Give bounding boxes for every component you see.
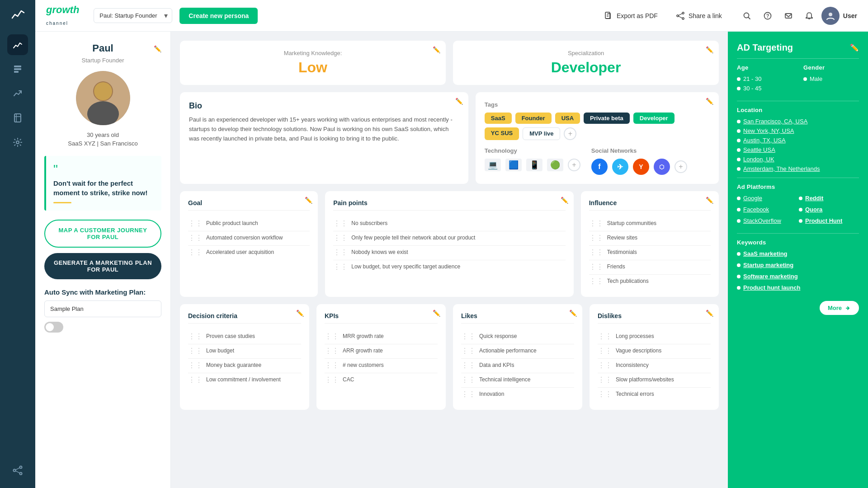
add-social-button[interactable]: + <box>675 160 687 173</box>
list-item: ⋮⋮Technical intelligence <box>461 373 574 388</box>
auto-sync-toggle[interactable] <box>44 322 63 333</box>
user-avatar[interactable] <box>821 7 840 25</box>
list-item: ⋮⋮MRR growth rate <box>325 330 438 344</box>
svg-line-21 <box>748 17 750 19</box>
bio-text: Paul is an experienced developer with 15… <box>189 115 459 143</box>
plan-select[interactable]: Sample Plan <box>44 300 161 317</box>
list-item: ⋮⋮Low commitment / involvement <box>188 373 301 387</box>
edit-dislikes-icon[interactable]: ✏️ <box>706 310 713 317</box>
social-icon-facebook: f <box>591 159 608 175</box>
influence-list: ⋮⋮Startup communities ⋮⋮Review sites ⋮⋮T… <box>589 217 711 289</box>
list-item: ⋮⋮Low budget <box>188 344 301 359</box>
persona-select[interactable]: Paul: Startup Founder <box>94 8 172 23</box>
kpis-title: KPIs <box>325 312 438 324</box>
kpis-card: ✏️ KPIs ⋮⋮MRR growth rate ⋮⋮ARR growth r… <box>316 304 446 410</box>
influence-card: ✏️ Influence ⋮⋮Startup communities ⋮⋮Rev… <box>581 191 719 297</box>
platform-quora: Quora <box>799 206 859 213</box>
goal-list: ⋮⋮Public product launch ⋮⋮Automated conv… <box>188 217 310 260</box>
svg-point-20 <box>744 13 749 18</box>
list-item: ⋮⋮Only few people tell their network abo… <box>333 231 565 246</box>
keyword-startup: Startup marketing <box>737 262 859 268</box>
edit-persona-name-icon[interactable]: ✏️ <box>154 45 161 52</box>
toggle-wrap <box>44 322 161 333</box>
dislikes-list: ⋮⋮Long processes ⋮⋮Vague descriptions ⋮⋮… <box>598 330 711 402</box>
persona-name: Paul <box>92 42 113 54</box>
svg-line-19 <box>679 16 682 18</box>
marketing-knowledge-card: ✏️ Marketing Knowledge: Low <box>180 41 446 85</box>
help-icon-button[interactable]: ? <box>759 7 776 24</box>
gender-item-male: Male <box>803 75 859 82</box>
bio-card: ✏️ Bio Paul is an experienced developer … <box>180 92 468 184</box>
persona-company: SaaS XYZ | San Francisco <box>68 140 137 147</box>
social-icon-discord: ⬡ <box>654 159 670 175</box>
list-item: ⋮⋮No subscribers <box>333 217 565 231</box>
share-link-button[interactable]: Share a link <box>670 8 727 24</box>
sidebar-item-list[interactable] <box>7 59 28 80</box>
dislikes-card: ✏️ Dislikes ⋮⋮Long processes ⋮⋮Vague des… <box>590 304 719 410</box>
list-item: ⋮⋮Startup communities <box>589 217 711 231</box>
edit-likes-icon[interactable]: ✏️ <box>569 310 577 317</box>
platform-producthunt: Product Hunt <box>799 217 859 224</box>
edit-specialization-icon[interactable]: ✏️ <box>706 46 713 53</box>
platform-facebook: Facebook <box>737 206 797 213</box>
list-item: ⋮⋮Money back guarantee <box>188 359 301 373</box>
ad-platforms-label: Ad Platforms <box>737 183 859 190</box>
list-item: ⋮⋮Automated conversion workflow <box>188 231 310 246</box>
sidebar-item-share[interactable] <box>7 460 28 481</box>
create-persona-button[interactable]: Create new persona <box>179 8 258 24</box>
list-item: ⋮⋮Proven case studies <box>188 330 301 344</box>
add-tech-button[interactable]: + <box>568 159 580 171</box>
bio-title: Bio <box>189 101 459 111</box>
location-austin: Austin, TX, USA <box>737 137 859 144</box>
mail-icon-button[interactable] <box>780 7 797 24</box>
map-journey-button[interactable]: MAP A CUSTOMER JOURNEY FOR PAUL <box>44 220 161 248</box>
tag-founder: Founder <box>515 113 552 124</box>
specialization-card: ✏️ Specialization Developer <box>453 41 719 85</box>
specialization-label: Specialization <box>462 50 710 56</box>
influence-title: Influence <box>589 199 711 211</box>
edit-kpis-icon[interactable]: ✏️ <box>433 310 440 317</box>
sidebar-item-settings[interactable] <box>7 132 28 153</box>
sidebar-logo <box>10 7 25 23</box>
edit-tags-icon[interactable]: ✏️ <box>706 98 713 105</box>
decision-title: Decision criteria <box>188 312 301 324</box>
topbar: growth channel Paul: Startup Founder Cre… <box>35 0 868 32</box>
age-item-1: 21 - 30 <box>737 75 793 82</box>
notification-icon-button[interactable] <box>801 7 818 24</box>
likes-title: Likes <box>461 312 574 324</box>
location-label: Location <box>737 107 859 113</box>
search-icon-button[interactable] <box>738 7 755 24</box>
social-networks-label: Social Networks <box>591 147 687 154</box>
edit-goal-icon[interactable]: ✏️ <box>305 197 312 204</box>
edit-decision-icon[interactable]: ✏️ <box>296 310 304 317</box>
age-item-2: 30 - 45 <box>737 85 793 92</box>
pain-points-card: ✏️ Pain points ⋮⋮No subscribers ⋮⋮Only f… <box>325 191 573 297</box>
persona-role: Startup Founder <box>82 57 124 64</box>
more-button[interactable]: More <box>820 301 859 315</box>
list-item: ⋮⋮Inconsistency <box>598 359 711 373</box>
sidebar-item-book[interactable] <box>7 108 28 128</box>
list-item: ⋮⋮Nobody knows we exist <box>333 246 565 260</box>
edit-pain-icon[interactable]: ✏️ <box>561 197 568 204</box>
sidebar-item-trend[interactable] <box>7 83 28 104</box>
export-pdf-button[interactable]: Export as PDF <box>599 8 663 24</box>
add-tag-button[interactable]: + <box>564 127 576 140</box>
persona-select-wrap[interactable]: Paul: Startup Founder <box>94 8 172 23</box>
edit-bio-icon[interactable]: ✏️ <box>455 98 463 105</box>
social-icons: f ✈ Y ⬡ + <box>591 159 687 175</box>
edit-ad-targeting-icon[interactable]: ✏️ <box>850 43 859 52</box>
likes-card: ✏️ Likes ⋮⋮Quick response ⋮⋮Actionable p… <box>453 304 582 410</box>
tags-row: SaaS Founder USA Private beta Developer … <box>485 113 710 140</box>
share-link-label: Share a link <box>689 12 722 19</box>
svg-point-17 <box>682 18 684 19</box>
edit-influence-icon[interactable]: ✏️ <box>706 197 713 204</box>
tag-usa: USA <box>555 113 580 124</box>
topbar-logo: growth channel <box>46 4 79 28</box>
tag-mvp: MVP live <box>523 127 560 140</box>
pain-points-title: Pain points <box>333 199 565 211</box>
sidebar-item-analytics[interactable] <box>7 34 28 55</box>
list-item: ⋮⋮Accelerated user acquisition <box>188 246 310 260</box>
generate-plan-button[interactable]: GENERATE A MARKETING PLAN FOR PAUL <box>44 253 161 279</box>
user-label[interactable]: User <box>843 12 857 19</box>
edit-marketing-icon[interactable]: ✏️ <box>433 46 440 53</box>
